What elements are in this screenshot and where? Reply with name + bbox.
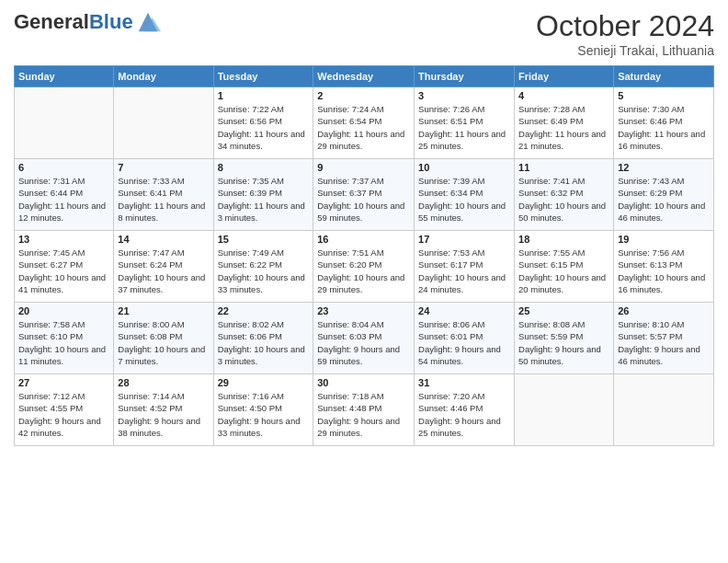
day-number: 25 <box>518 305 609 316</box>
table-row: 25Sunrise: 8:08 AM Sunset: 5:59 PM Dayli… <box>515 303 614 374</box>
table-row: 15Sunrise: 7:49 AM Sunset: 6:22 PM Dayli… <box>213 231 313 303</box>
header-friday: Friday <box>515 66 614 87</box>
table-row: 26Sunrise: 8:10 AM Sunset: 5:57 PM Dayli… <box>614 303 714 374</box>
day-number: 6 <box>18 162 109 173</box>
day-info: Sunrise: 7:14 AM Sunset: 4:52 PM Dayligh… <box>118 390 209 439</box>
day-number: 12 <box>618 162 710 173</box>
calendar-week-row: 6Sunrise: 7:31 AM Sunset: 6:44 PM Daylig… <box>15 159 714 231</box>
table-row: 11Sunrise: 7:41 AM Sunset: 6:32 PM Dayli… <box>515 159 614 231</box>
day-info: Sunrise: 7:35 AM Sunset: 6:39 PM Dayligh… <box>218 175 310 224</box>
header: GeneralBlue October 2024 Senieji Trakai,… <box>14 9 714 58</box>
table-row: 31Sunrise: 7:20 AM Sunset: 4:46 PM Dayli… <box>415 374 515 446</box>
day-number: 9 <box>317 162 410 173</box>
day-info: Sunrise: 7:43 AM Sunset: 6:29 PM Dayligh… <box>618 175 710 224</box>
table-row: 9Sunrise: 7:37 AM Sunset: 6:37 PM Daylig… <box>313 159 415 231</box>
day-info: Sunrise: 8:08 AM Sunset: 5:59 PM Dayligh… <box>518 318 609 367</box>
day-info: Sunrise: 7:18 AM Sunset: 4:48 PM Dayligh… <box>317 390 410 439</box>
day-number: 19 <box>618 234 710 245</box>
day-number: 30 <box>317 377 410 388</box>
day-info: Sunrise: 7:30 AM Sunset: 6:46 PM Dayligh… <box>618 103 710 152</box>
day-info: Sunrise: 7:58 AM Sunset: 6:10 PM Dayligh… <box>18 318 109 367</box>
table-row: 18Sunrise: 7:55 AM Sunset: 6:15 PM Dayli… <box>515 231 614 303</box>
table-row: 27Sunrise: 7:12 AM Sunset: 4:55 PM Dayli… <box>15 374 114 446</box>
header-monday: Monday <box>114 66 213 87</box>
day-number: 17 <box>418 234 510 245</box>
day-info: Sunrise: 8:02 AM Sunset: 6:06 PM Dayligh… <box>218 318 310 367</box>
day-info: Sunrise: 7:12 AM Sunset: 4:55 PM Dayligh… <box>18 390 109 439</box>
calendar-week-row: 20Sunrise: 7:58 AM Sunset: 6:10 PM Dayli… <box>15 303 714 374</box>
table-row: 14Sunrise: 7:47 AM Sunset: 6:24 PM Dayli… <box>114 231 213 303</box>
day-info: Sunrise: 7:24 AM Sunset: 6:54 PM Dayligh… <box>317 103 410 152</box>
day-info: Sunrise: 8:10 AM Sunset: 5:57 PM Dayligh… <box>618 318 710 367</box>
table-row <box>15 87 114 159</box>
table-row: 10Sunrise: 7:39 AM Sunset: 6:34 PM Dayli… <box>415 159 515 231</box>
header-saturday: Saturday <box>614 66 714 87</box>
day-info: Sunrise: 8:06 AM Sunset: 6:01 PM Dayligh… <box>418 318 510 367</box>
table-row: 20Sunrise: 7:58 AM Sunset: 6:10 PM Dayli… <box>15 303 114 374</box>
logo-icon <box>135 9 161 35</box>
day-info: Sunrise: 7:16 AM Sunset: 4:50 PM Dayligh… <box>218 390 310 439</box>
calendar-week-row: 13Sunrise: 7:45 AM Sunset: 6:27 PM Dayli… <box>15 231 714 303</box>
day-info: Sunrise: 7:45 AM Sunset: 6:27 PM Dayligh… <box>18 247 109 295</box>
table-row: 12Sunrise: 7:43 AM Sunset: 6:29 PM Dayli… <box>614 159 714 231</box>
day-number: 31 <box>418 377 510 388</box>
day-number: 22 <box>218 305 310 316</box>
table-row: 23Sunrise: 8:04 AM Sunset: 6:03 PM Dayli… <box>313 303 415 374</box>
day-number: 7 <box>118 162 209 173</box>
table-row: 17Sunrise: 7:53 AM Sunset: 6:17 PM Dayli… <box>415 231 515 303</box>
day-info: Sunrise: 7:20 AM Sunset: 4:46 PM Dayligh… <box>418 390 510 439</box>
day-number: 4 <box>518 90 609 101</box>
day-info: Sunrise: 7:28 AM Sunset: 6:49 PM Dayligh… <box>518 103 609 152</box>
table-row: 30Sunrise: 7:18 AM Sunset: 4:48 PM Dayli… <box>313 374 415 446</box>
location-subtitle: Senieji Trakai, Lithuania <box>536 43 714 58</box>
day-number: 5 <box>618 90 710 101</box>
day-info: Sunrise: 8:04 AM Sunset: 6:03 PM Dayligh… <box>317 318 410 367</box>
day-number: 1 <box>218 90 310 101</box>
day-info: Sunrise: 7:39 AM Sunset: 6:34 PM Dayligh… <box>418 175 510 224</box>
calendar-table: Sunday Monday Tuesday Wednesday Thursday… <box>14 65 714 446</box>
day-number: 27 <box>18 377 109 388</box>
day-number: 29 <box>218 377 310 388</box>
table-row <box>614 374 714 446</box>
day-number: 24 <box>418 305 510 316</box>
table-row: 3Sunrise: 7:26 AM Sunset: 6:51 PM Daylig… <box>415 87 515 159</box>
day-number: 2 <box>317 90 410 101</box>
day-info: Sunrise: 7:55 AM Sunset: 6:15 PM Dayligh… <box>518 247 609 295</box>
table-row: 13Sunrise: 7:45 AM Sunset: 6:27 PM Dayli… <box>15 231 114 303</box>
page: GeneralBlue October 2024 Senieji Trakai,… <box>0 0 728 563</box>
day-info: Sunrise: 7:37 AM Sunset: 6:37 PM Dayligh… <box>317 175 410 224</box>
day-info: Sunrise: 7:33 AM Sunset: 6:41 PM Dayligh… <box>118 175 209 224</box>
header-wednesday: Wednesday <box>313 66 415 87</box>
day-info: Sunrise: 7:51 AM Sunset: 6:20 PM Dayligh… <box>317 247 410 295</box>
day-info: Sunrise: 7:22 AM Sunset: 6:56 PM Dayligh… <box>218 103 310 152</box>
day-number: 10 <box>418 162 510 173</box>
header-tuesday: Tuesday <box>213 66 313 87</box>
month-title: October 2024 <box>536 9 714 43</box>
table-row: 21Sunrise: 8:00 AM Sunset: 6:08 PM Dayli… <box>114 303 213 374</box>
day-info: Sunrise: 7:41 AM Sunset: 6:32 PM Dayligh… <box>518 175 609 224</box>
day-number: 11 <box>518 162 609 173</box>
calendar-week-row: 1Sunrise: 7:22 AM Sunset: 6:56 PM Daylig… <box>15 87 714 159</box>
logo-blue-text: Blue <box>89 10 133 33</box>
day-number: 3 <box>418 90 510 101</box>
day-number: 28 <box>118 377 209 388</box>
table-row: 29Sunrise: 7:16 AM Sunset: 4:50 PM Dayli… <box>213 374 313 446</box>
day-number: 15 <box>218 234 310 245</box>
day-info: Sunrise: 7:49 AM Sunset: 6:22 PM Dayligh… <box>218 247 310 295</box>
day-info: Sunrise: 7:53 AM Sunset: 6:17 PM Dayligh… <box>418 247 510 295</box>
day-number: 26 <box>618 305 710 316</box>
day-number: 8 <box>218 162 310 173</box>
logo: GeneralBlue <box>14 9 161 35</box>
day-info: Sunrise: 8:00 AM Sunset: 6:08 PM Dayligh… <box>118 318 209 367</box>
table-row: 7Sunrise: 7:33 AM Sunset: 6:41 PM Daylig… <box>114 159 213 231</box>
table-row: 1Sunrise: 7:22 AM Sunset: 6:56 PM Daylig… <box>213 87 313 159</box>
day-info: Sunrise: 7:31 AM Sunset: 6:44 PM Dayligh… <box>18 175 109 224</box>
weekday-header-row: Sunday Monday Tuesday Wednesday Thursday… <box>15 66 714 87</box>
table-row: 22Sunrise: 8:02 AM Sunset: 6:06 PM Dayli… <box>213 303 313 374</box>
table-row: 5Sunrise: 7:30 AM Sunset: 6:46 PM Daylig… <box>614 87 714 159</box>
day-number: 16 <box>317 234 410 245</box>
logo-general-text: General <box>14 10 89 33</box>
day-number: 23 <box>317 305 410 316</box>
table-row: 2Sunrise: 7:24 AM Sunset: 6:54 PM Daylig… <box>313 87 415 159</box>
day-info: Sunrise: 7:26 AM Sunset: 6:51 PM Dayligh… <box>418 103 510 152</box>
